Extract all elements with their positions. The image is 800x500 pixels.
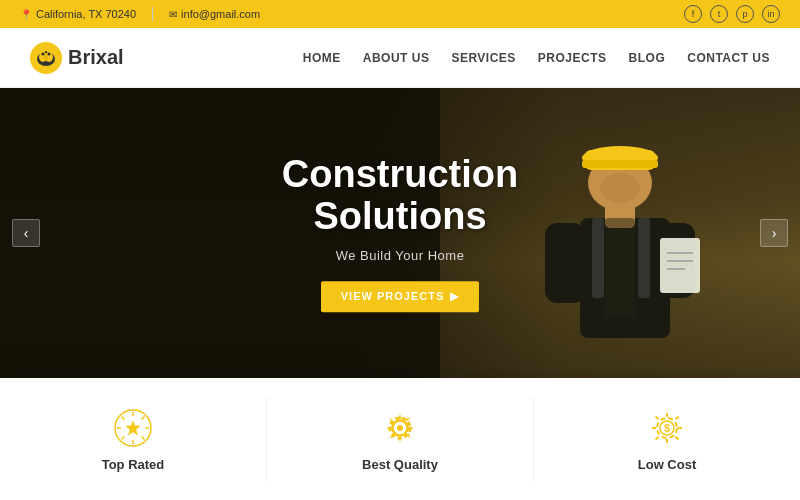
svg-point-15 [600,173,640,203]
logo-icon [30,42,62,74]
hero-title-line2: Solutions [313,195,486,237]
hero-prev-arrow[interactable]: ‹ [12,219,40,247]
svg-point-3 [44,53,48,61]
svg-line-30 [142,416,145,419]
svg-rect-18 [638,218,650,298]
hero-content: Construction Solutions We Build Your Hom… [250,154,550,312]
linkedin-icon[interactable]: in [762,5,780,23]
nav-blog[interactable]: BLOG [629,51,666,65]
svg-line-46 [676,416,679,419]
features-bar: Top Rated Best Quality [0,378,800,500]
location-icon: 📍 [20,9,32,20]
top-rated-icon [112,407,154,449]
email-info: ✉ info@gmail.com [169,8,260,20]
view-projects-label: VIEW PROJECTS [341,290,444,302]
feature-top-rated: Top Rated [0,397,267,482]
hero-section: ‹ Construction Solutions We Build Your H… [0,88,800,378]
email-text: info@gmail.com [181,8,260,20]
pinterest-icon[interactable]: p [736,5,754,23]
nav-services[interactable]: SERVICES [451,51,515,65]
location-info: 📍 California, TX 70240 [20,8,136,20]
location-text: California, TX 70240 [36,8,136,20]
svg-line-29 [142,436,145,439]
hero-next-arrow[interactable]: › [760,219,788,247]
feature-best-quality: Best Quality [267,397,534,482]
best-quality-icon [379,407,421,449]
brain-icon [35,49,57,67]
svg-point-34 [397,425,403,431]
nav-contact[interactable]: CONTACT US [687,51,770,65]
twitter-icon[interactable]: t [710,5,728,23]
top-bar-left: 📍 California, TX 70240 ✉ info@gmail.com [20,7,664,21]
top-bar: 📍 California, TX 70240 ✉ info@gmail.com … [0,0,800,28]
svg-rect-14 [582,160,658,168]
svg-rect-19 [660,238,700,293]
divider [152,7,153,21]
hero-title: Construction Solutions [250,154,550,238]
facebook-icon[interactable]: f [684,5,702,23]
nav-home[interactable]: HOME [303,51,341,65]
prev-chevron: ‹ [24,225,29,241]
svg-point-4 [42,52,45,55]
next-chevron: › [772,225,777,241]
svg-line-28 [122,416,125,419]
svg-rect-16 [605,218,635,318]
arrow-icon: ▶ [450,290,459,303]
svg-rect-17 [592,218,604,298]
hero-subtitle: We Build Your Home [250,248,550,263]
view-projects-button[interactable]: VIEW PROJECTS ▶ [321,281,479,312]
hero-title-line1: Construction [282,153,518,195]
svg-line-44 [656,416,659,419]
svg-line-45 [676,436,679,439]
svg-point-5 [48,52,51,55]
svg-text:$: $ [664,422,670,434]
logo: Brixal [30,42,303,74]
svg-line-47 [656,436,659,439]
nav-bar: Brixal HOME ABOUT US SERVICES PROJECTS B… [0,28,800,88]
nav-projects[interactable]: PROJECTS [538,51,607,65]
svg-marker-32 [126,421,140,435]
top-rated-label: Top Rated [102,457,165,472]
logo-text: Brixal [68,46,124,69]
social-icons: f t p in [684,5,780,23]
best-quality-label: Best Quality [362,457,438,472]
low-cost-label: Low Cost [638,457,697,472]
feature-low-cost: $ Low Cost [534,397,800,482]
nav-links: HOME ABOUT US SERVICES PROJECTS BLOG CON… [303,51,770,65]
nav-about[interactable]: ABOUT US [363,51,430,65]
email-icon: ✉ [169,9,177,20]
svg-rect-8 [545,223,585,303]
worker-figure [520,98,720,378]
svg-line-31 [122,436,125,439]
low-cost-icon: $ [646,407,688,449]
